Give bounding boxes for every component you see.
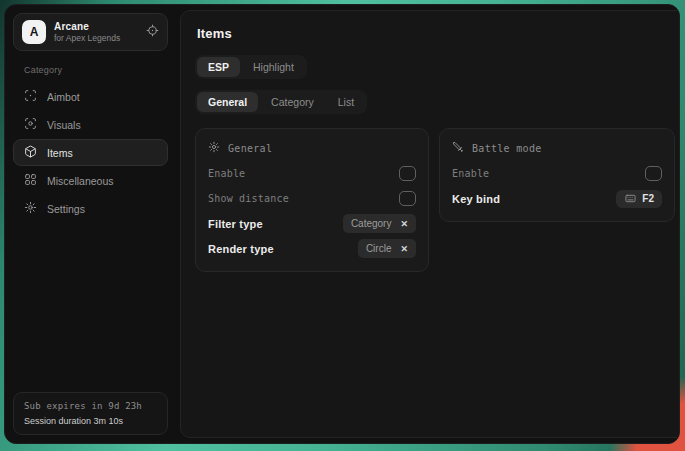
battle-mode-card: Battle mode Enable Key bind F2: [439, 128, 675, 222]
render-type-select[interactable]: Circle ✕: [358, 239, 416, 258]
enable-checkbox[interactable]: [399, 166, 416, 181]
app-window: A Arcane for Apex Legends Category Aimbo…: [4, 4, 680, 444]
filter-type-select[interactable]: Category ✕: [343, 214, 416, 233]
grid-icon: [24, 173, 37, 188]
close-icon[interactable]: ✕: [400, 244, 408, 254]
brand-text: Arcane for Apex Legends: [54, 21, 120, 43]
keyboard-icon: [624, 190, 637, 208]
setting-row-show-distance: Show distance: [208, 186, 416, 211]
sidebar-item-miscellaneous[interactable]: Miscellaneous: [13, 167, 168, 194]
sidebar-item-label: Miscellaneous: [47, 175, 114, 187]
render-type-value: Circle: [366, 243, 392, 254]
filter-type-value: Category: [351, 218, 392, 229]
setting-label: Enable: [208, 168, 245, 179]
setting-row-filter-type: Filter type Category ✕: [208, 211, 416, 236]
cog-icon: [208, 141, 220, 155]
view-tab-group: General Category List: [195, 90, 367, 114]
setting-label: Render type: [208, 243, 274, 255]
tab-general[interactable]: General: [197, 92, 258, 112]
general-card: General Enable Show distance Filter type…: [195, 128, 429, 272]
general-card-header: General: [208, 138, 416, 158]
sidebar-item-aimbot[interactable]: Aimbot: [13, 83, 168, 110]
battle-card-title: Battle mode: [472, 143, 542, 154]
app-logo: A: [22, 20, 46, 44]
crosshair-icon: [24, 89, 37, 104]
main-panel: Items ESP Highlight General Category Lis…: [180, 10, 680, 438]
sword-icon: [452, 141, 464, 155]
keybind-button[interactable]: F2: [616, 190, 662, 208]
sidebar-item-visuals[interactable]: Visuals: [13, 111, 168, 138]
cards-row: General Enable Show distance Filter type…: [195, 128, 675, 272]
battle-card-header: Battle mode: [452, 138, 662, 158]
package-icon: [24, 145, 37, 160]
tab-esp[interactable]: ESP: [197, 57, 240, 77]
gear-icon: [24, 201, 37, 216]
sidebar-spacer: [13, 223, 168, 392]
sub-expires-text: Sub expires in 9d 23h: [24, 401, 157, 411]
session-duration-text: Session duration 3m 10s: [24, 416, 157, 426]
eye-scan-icon: [24, 117, 37, 132]
sidebar-item-settings[interactable]: Settings: [13, 195, 168, 222]
sidebar-item-label: Aimbot: [47, 91, 80, 103]
setting-label: Key bind: [452, 193, 500, 205]
sidebar-item-label: Visuals: [47, 119, 81, 131]
tab-highlight[interactable]: Highlight: [242, 57, 305, 77]
tab-category[interactable]: Category: [260, 92, 325, 112]
tab-list[interactable]: List: [327, 92, 365, 112]
setting-label: Filter type: [208, 218, 263, 230]
app-name: Arcane: [54, 21, 120, 32]
general-card-title: General: [228, 143, 272, 154]
setting-row-enable: Enable: [208, 161, 416, 186]
page-title: Items: [197, 26, 675, 41]
sidebar: A Arcane for Apex Legends Category Aimbo…: [5, 5, 176, 443]
setting-row-battle-enable: Enable: [452, 161, 662, 186]
sidebar-item-label: Items: [47, 147, 73, 159]
target-icon[interactable]: [146, 23, 159, 41]
setting-row-render-type: Render type Circle ✕: [208, 236, 416, 261]
app-subtitle: for Apex Legends: [54, 33, 120, 43]
battle-enable-checkbox[interactable]: [645, 166, 662, 181]
brand-card: A Arcane for Apex Legends: [13, 13, 168, 51]
show-distance-checkbox[interactable]: [399, 191, 416, 206]
close-icon[interactable]: ✕: [400, 219, 408, 229]
sidebar-item-label: Settings: [47, 203, 85, 215]
sidebar-section-label: Category: [24, 65, 168, 75]
setting-label: Show distance: [208, 193, 289, 204]
keybind-value: F2: [642, 193, 654, 204]
setting-row-key-bind: Key bind F2: [452, 186, 662, 211]
mode-tab-group: ESP Highlight: [195, 55, 307, 79]
session-card: Sub expires in 9d 23h Session duration 3…: [13, 392, 168, 435]
sidebar-item-items[interactable]: Items: [13, 139, 168, 166]
setting-label: Enable: [452, 168, 489, 179]
